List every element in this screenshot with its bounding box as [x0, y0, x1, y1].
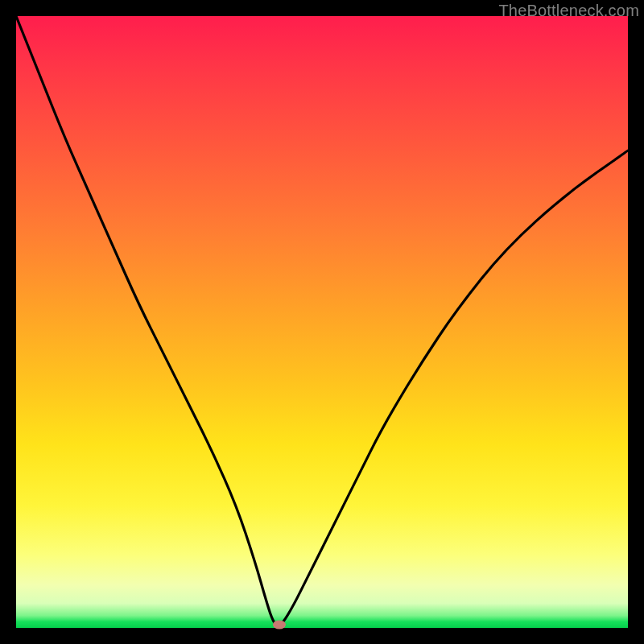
plot-area [16, 16, 628, 628]
chart-frame: TheBottleneck.com [0, 0, 644, 644]
balance-marker [273, 621, 286, 630]
bottleneck-curve [16, 16, 628, 628]
watermark-text: TheBottleneck.com [498, 2, 639, 20]
curve-path [16, 16, 628, 625]
